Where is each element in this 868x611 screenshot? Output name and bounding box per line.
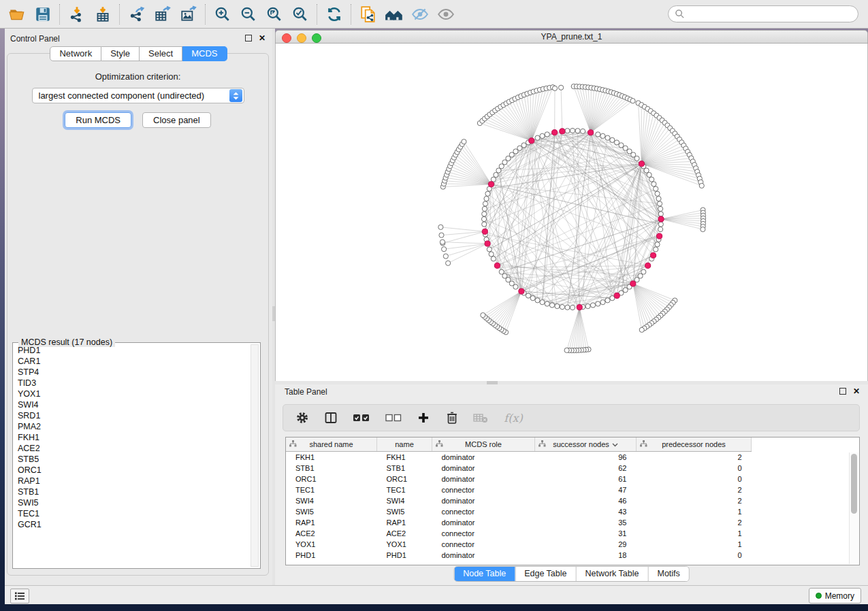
graph-node[interactable] bbox=[658, 206, 663, 211]
tab-edge-table[interactable]: Edge Table bbox=[515, 567, 575, 581]
graph-node[interactable] bbox=[535, 135, 540, 140]
graph-node[interactable] bbox=[485, 241, 490, 246]
graph-node[interactable] bbox=[481, 216, 486, 221]
graph-node[interactable] bbox=[655, 242, 660, 247]
network-canvas[interactable] bbox=[275, 44, 868, 381]
graph-node[interactable] bbox=[552, 130, 558, 135]
graph-node[interactable] bbox=[655, 191, 660, 196]
table-row[interactable]: SWI5SWI5connector431 bbox=[286, 506, 859, 517]
hide-selected-icon[interactable] bbox=[407, 3, 433, 26]
graph-node[interactable] bbox=[529, 138, 534, 144]
close-icon[interactable]: ✕ bbox=[259, 35, 266, 42]
zoom-selected-icon[interactable] bbox=[287, 3, 313, 26]
delete-column-icon[interactable] bbox=[445, 410, 460, 425]
import-network-icon[interactable] bbox=[64, 3, 90, 26]
graph-node[interactable] bbox=[639, 161, 644, 167]
graph-node[interactable] bbox=[483, 201, 487, 206]
export-network-icon[interactable] bbox=[124, 3, 150, 26]
graph-node[interactable] bbox=[549, 303, 554, 308]
graph-node[interactable] bbox=[658, 212, 663, 216]
export-table-icon[interactable] bbox=[150, 3, 176, 26]
graph-node[interactable] bbox=[605, 298, 610, 303]
graph-node[interactable] bbox=[482, 212, 487, 216]
duplicate-network-icon[interactable] bbox=[355, 3, 381, 26]
graph-node[interactable] bbox=[481, 313, 485, 318]
graph-node[interactable] bbox=[600, 300, 605, 305]
graph-node[interactable] bbox=[540, 133, 545, 138]
list-item[interactable]: PMA2 bbox=[14, 421, 249, 432]
graph-node[interactable] bbox=[441, 247, 446, 252]
graph-node[interactable] bbox=[652, 182, 656, 186]
graph-node[interactable] bbox=[590, 303, 595, 308]
zoom-traffic-light[interactable] bbox=[312, 33, 321, 43]
tab-node-table[interactable]: Node Table bbox=[454, 567, 515, 581]
close-traffic-light[interactable] bbox=[282, 33, 291, 43]
table-row[interactable]: PHD1PHD1dominator180 bbox=[286, 550, 859, 561]
tab-network[interactable]: Network bbox=[50, 46, 101, 61]
graph-node[interactable] bbox=[560, 129, 565, 134]
refresh-icon[interactable] bbox=[321, 3, 347, 26]
graph-node[interactable] bbox=[462, 139, 466, 144]
graph-node[interactable] bbox=[482, 206, 487, 211]
zoom-in-icon[interactable] bbox=[210, 3, 236, 26]
task-history-icon[interactable] bbox=[10, 589, 29, 604]
network-window-titlebar[interactable]: YPA_prune.txt_1 bbox=[275, 30, 868, 44]
graph-node[interactable] bbox=[443, 254, 448, 259]
graph-node[interactable] bbox=[645, 263, 651, 268]
deselect-all-checks-icon[interactable] bbox=[385, 410, 402, 425]
graph-node[interactable] bbox=[545, 301, 549, 306]
save-session-icon[interactable] bbox=[30, 3, 56, 26]
first-neighbors-icon[interactable] bbox=[381, 3, 407, 26]
list-item[interactable]: STB5 bbox=[14, 454, 249, 465]
graph-node[interactable] bbox=[657, 201, 662, 206]
graph-node[interactable] bbox=[658, 227, 663, 231]
list-item[interactable]: SWI4 bbox=[14, 399, 249, 410]
graph-node[interactable] bbox=[596, 301, 600, 306]
graph-node[interactable] bbox=[647, 172, 652, 177]
graph-node[interactable] bbox=[440, 240, 445, 244]
graph-node[interactable] bbox=[701, 227, 705, 231]
graph-node[interactable] bbox=[605, 135, 610, 140]
table-row[interactable]: ORC1ORC1dominator610 bbox=[286, 474, 859, 484]
memory-button[interactable]: Memory bbox=[809, 588, 861, 604]
list-item[interactable]: ORC1 bbox=[14, 465, 249, 476]
list-item[interactable]: TEC1 bbox=[14, 508, 249, 519]
tab-mcds[interactable]: MCDS bbox=[182, 46, 227, 61]
graph-node[interactable] bbox=[484, 196, 489, 201]
column-header-MCDS-role[interactable]: MCDS role bbox=[432, 437, 535, 452]
graph-node[interactable] bbox=[699, 183, 704, 188]
table-row[interactable]: RAP1RAP1dominator352 bbox=[286, 517, 859, 528]
column-header-successor-nodes[interactable]: successor nodes bbox=[535, 437, 637, 452]
graph-node[interactable] bbox=[649, 177, 654, 182]
graph-node[interactable] bbox=[446, 261, 451, 265]
graph-node[interactable] bbox=[560, 305, 564, 310]
close-panel-button[interactable]: Close panel bbox=[142, 112, 211, 128]
graph-node[interactable] bbox=[545, 132, 549, 137]
graph-node[interactable] bbox=[535, 298, 540, 303]
show-all-icon[interactable] bbox=[433, 3, 459, 26]
tab-style[interactable]: Style bbox=[101, 46, 140, 61]
graph-node[interactable] bbox=[487, 247, 492, 252]
table-row[interactable]: TEC1TEC1connector472 bbox=[286, 484, 859, 495]
graph-node[interactable] bbox=[654, 247, 658, 252]
graph-node[interactable] bbox=[577, 304, 582, 310]
graph-node[interactable] bbox=[634, 156, 639, 161]
float-icon[interactable] bbox=[839, 388, 846, 395]
graph-node[interactable] bbox=[570, 128, 575, 133]
list-item[interactable]: ACE2 bbox=[14, 443, 249, 454]
add-column-icon[interactable] bbox=[416, 410, 431, 425]
tab-motifs[interactable]: Motifs bbox=[647, 567, 688, 581]
graph-node[interactable] bbox=[439, 233, 444, 237]
graph-node[interactable] bbox=[564, 348, 569, 352]
search-input[interactable] bbox=[668, 5, 858, 22]
graph-node[interactable] bbox=[614, 140, 619, 145]
column-visibility-icon[interactable] bbox=[323, 410, 338, 425]
graph-node[interactable] bbox=[658, 222, 663, 227]
graph-node[interactable] bbox=[558, 85, 563, 90]
table-row[interactable]: FKH1FKH1dominator962 bbox=[286, 452, 859, 463]
result-list-scrollbar[interactable] bbox=[251, 344, 259, 567]
graph-node[interactable] bbox=[630, 99, 635, 103]
column-header-predecessor-nodes[interactable]: predecessor nodes bbox=[637, 437, 752, 452]
graph-node[interactable] bbox=[575, 129, 580, 133]
list-item[interactable]: GCR1 bbox=[14, 519, 249, 530]
